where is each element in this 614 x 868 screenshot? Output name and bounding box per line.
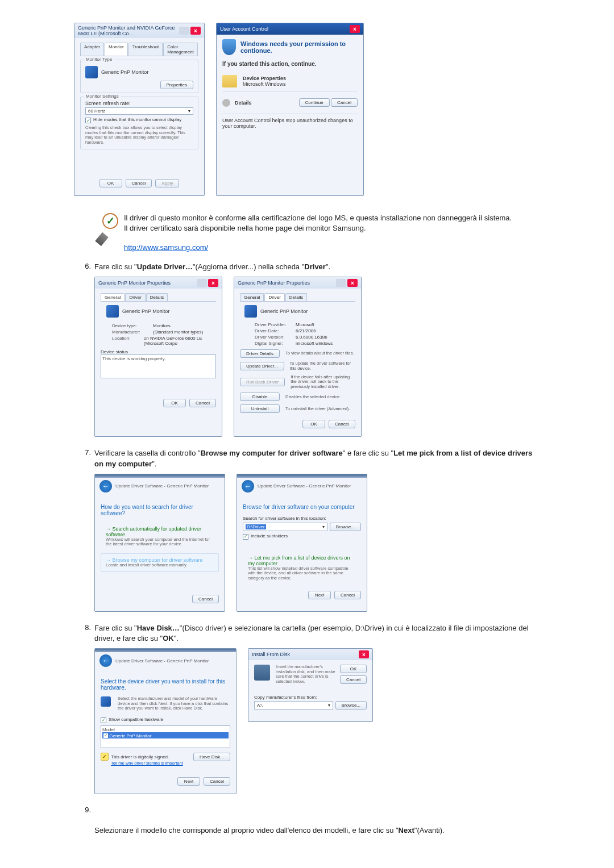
update-driver-button[interactable]: Update Driver... — [240, 362, 284, 370]
cancel-button[interactable]: Cancel — [331, 98, 358, 107]
back-arrow-icon[interactable]: ← — [99, 480, 112, 493]
signed-icon: ✓ — [101, 753, 109, 761]
breadcrumb: Update Driver Software - Generic PnP Mon… — [115, 483, 209, 489]
pen-icon — [95, 232, 109, 245]
signing-link[interactable]: Tell me why driver signing is important — [111, 761, 183, 766]
driver-details-button[interactable]: Driver Details — [240, 349, 280, 358]
ok-button[interactable]: OK — [163, 399, 186, 407]
disable-button[interactable]: Disable — [240, 393, 280, 401]
show-compatible-checkbox[interactable]: ✓ — [101, 717, 106, 723]
option-browse-computer[interactable]: → Browse my computer for driver software… — [101, 553, 219, 572]
tab-details[interactable]: Details — [285, 293, 307, 301]
hide-modes-note: Clearing this check box allows you to se… — [85, 126, 193, 145]
properties-button[interactable]: Properties — [160, 81, 193, 89]
details-toggle[interactable]: Details — [235, 100, 252, 106]
cancel-button[interactable]: Cancel — [192, 595, 219, 603]
tab-troubleshoot[interactable]: Troubleshoot — [128, 43, 163, 56]
minimize-icon[interactable] — [197, 279, 207, 287]
ok-button[interactable]: OK — [302, 420, 325, 428]
close-icon[interactable]: × — [359, 650, 369, 658]
certification-note: ✓ Il driver di questo monitor è conforme… — [102, 213, 540, 253]
window-titlebar: Generic PnP Monitor Properties × — [95, 277, 222, 289]
path-combobox[interactable]: A:\▾ — [254, 701, 333, 710]
model-column-header: Model — [102, 727, 229, 732]
browse-button[interactable]: Browse... — [335, 701, 367, 710]
device-name: Generic PnP Monitor — [122, 308, 169, 314]
window-titlebar: Generic PnP Monitor and NVIDIA GeForce 6… — [74, 23, 204, 38]
program-icon — [222, 75, 237, 87]
cancel-button[interactable]: Cancel — [126, 179, 152, 187]
refresh-rate-label: Screen refresh rate: — [85, 101, 193, 106]
tab-general[interactable]: General — [240, 293, 264, 301]
cancel-button[interactable]: Cancel — [204, 777, 230, 786]
update-driver-wizard-search: ←Update Driver Software - Generic PnP Mo… — [94, 474, 225, 612]
shield-icon — [222, 39, 236, 55]
step-7: 7. Verificare la casella di controllo "B… — [74, 448, 540, 469]
update-driver-wizard-browse: ←Update Driver Software - Generic PnP Mo… — [237, 474, 367, 612]
window-title: User Account Control — [220, 26, 268, 32]
hide-modes-checkbox[interactable]: ✓ — [85, 118, 91, 123]
note-line-1: Il driver di questo monitor è conforme a… — [124, 213, 512, 223]
option-search-auto[interactable]: → Search automatically for updated drive… — [101, 522, 219, 551]
search-location-label: Search for driver software in this locat… — [243, 516, 361, 521]
back-arrow-icon[interactable]: ← — [242, 480, 254, 493]
close-icon[interactable]: × — [208, 279, 218, 287]
monitor-settings-label: Monitor Settings — [84, 94, 121, 99]
ifd-message: Insert the manufacturer's installation d… — [276, 665, 338, 685]
device-status-label: Device status — [101, 349, 216, 354]
chevron-down-icon[interactable] — [222, 99, 230, 107]
monitor-icon — [244, 305, 257, 318]
model-row-selected[interactable]: ✓ Generic PnP Monitor — [102, 732, 229, 739]
update-driver-wizard-select: ←Update Driver Software - Generic PnP Mo… — [94, 648, 237, 794]
have-disk-button[interactable]: Have Disk... — [193, 753, 230, 761]
include-subfolders-checkbox[interactable]: ✓ — [243, 534, 248, 540]
step-8: 8. Fare clic su "Have Disk…"(Disco drive… — [74, 623, 540, 644]
window-title: Generic PnP Monitor and NVIDIA GeForce 6… — [78, 25, 179, 36]
samsung-link[interactable]: http://www.samsung.com/ — [124, 243, 208, 252]
next-button[interactable]: Next — [177, 777, 200, 786]
hide-modes-label: Hide modes that this monitor cannot disp… — [93, 117, 181, 122]
continue-button[interactable]: Continue — [299, 98, 330, 107]
tab-details[interactable]: Details — [146, 293, 168, 301]
browse-button[interactable]: Browse... — [330, 523, 361, 531]
ok-button[interactable]: OK — [340, 665, 367, 673]
tab-driver[interactable]: Driver — [125, 293, 145, 301]
check-circle-icon: ✓ — [102, 213, 118, 229]
apply-button[interactable]: Apply — [155, 179, 179, 187]
refresh-rate-select[interactable]: 60 Hertz▾ — [85, 107, 193, 115]
device-status-text: This device is working properly. — [101, 354, 216, 378]
tab-color-management[interactable]: Color Management — [163, 43, 198, 56]
minimize-icon[interactable] — [336, 279, 346, 287]
uac-device-properties: Device Properties — [243, 76, 286, 81]
next-button[interactable]: Next — [308, 591, 331, 599]
wizard-note: Select the manufacturer and model of you… — [118, 696, 230, 711]
window-title: Generic PnP Monitor Properties — [238, 280, 310, 286]
rollback-driver-button[interactable]: Roll Back Driver — [240, 378, 285, 386]
close-icon[interactable]: × — [350, 25, 360, 33]
tab-general[interactable]: General — [101, 293, 125, 301]
path-combobox[interactable]: D:\Driver▾ — [243, 523, 327, 531]
tab-driver[interactable]: Driver — [264, 293, 284, 301]
monitor-type-label: Monitor Type — [84, 57, 114, 62]
cancel-button[interactable]: Cancel — [334, 591, 361, 599]
cancel-button[interactable]: Cancel — [340, 675, 367, 684]
window-titlebar: User Account Control × — [217, 23, 363, 35]
window-titlebar: Install From Disk × — [248, 649, 372, 660]
cancel-button[interactable]: Cancel — [189, 399, 216, 407]
cancel-button[interactable]: Cancel — [329, 420, 355, 428]
close-icon[interactable]: × — [190, 27, 201, 35]
tab-adapter[interactable]: Adapter — [80, 43, 104, 56]
option-let-me-pick[interactable]: → Let me pick from a list of device driv… — [243, 551, 361, 585]
uninstall-button[interactable]: Uninstall — [240, 404, 280, 413]
step-9: 9. — [74, 806, 540, 814]
wizard-title: Browse for driver software on your compu… — [243, 504, 361, 510]
back-arrow-icon[interactable]: ← — [99, 654, 112, 667]
wizard-title: How do you want to search for driver sof… — [101, 504, 219, 516]
floppy-disk-icon — [254, 665, 270, 681]
tab-monitor[interactable]: Monitor — [105, 43, 128, 56]
device-name: Generic PnP Monitor — [260, 308, 308, 314]
minimize-icon[interactable] — [179, 27, 189, 35]
uac-footer: User Account Control helps stop unauthor… — [222, 118, 358, 129]
ok-button[interactable]: OK — [99, 179, 122, 187]
close-icon[interactable]: × — [347, 279, 358, 287]
